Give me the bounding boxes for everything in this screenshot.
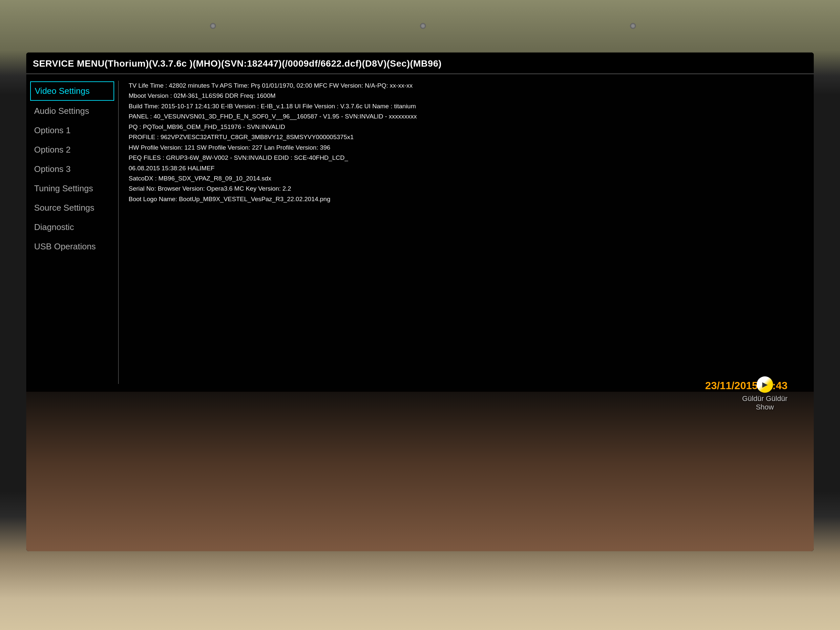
channel-logo-area: ▶ Güldür Güldür Show [742, 376, 788, 412]
screen-inner: SERVICE MENU(Thorium)(V.3.7.6c )(MHO)(SV… [26, 52, 814, 551]
sidebar-item-video-settings[interactable]: Video Settings [30, 81, 114, 101]
info-line-0: TV Life Time : 42802 minutes Tv APS Time… [129, 81, 804, 90]
service-menu-overlay: SERVICE MENU(Thorium)(V.3.7.6c )(MHO)(SV… [26, 52, 814, 392]
screw-2 [420, 23, 426, 29]
info-line-11: Boot Logo Name: BootUp_MB9X_VESTEL_VesPa… [129, 194, 804, 204]
channel-name-1: Güldür Güldür [742, 395, 788, 403]
sidebar-item-source-settings[interactable]: Source Settings [26, 198, 118, 218]
info-line-3: PANEL : 40_VESUNVSN01_3D_FHD_E_N_SOF0_V_… [129, 112, 804, 121]
sidebar-item-audio-settings[interactable]: Audio Settings [26, 101, 118, 121]
info-line-2: Build Time: 2015-10-17 12:41:30 E-IB Ver… [129, 101, 804, 111]
sidebar-item-options-3[interactable]: Options 3 [26, 159, 118, 179]
screen: SERVICE MENU(Thorium)(V.3.7.6c )(MHO)(SV… [26, 52, 814, 551]
info-line-4: PQ : PQTool_MB96_OEM_FHD_151976 - SVN:IN… [129, 122, 804, 131]
screw-1 [210, 23, 216, 29]
background-content [26, 377, 814, 551]
info-panel: TV Life Time : 42802 minutes Tv APS Time… [119, 74, 814, 390]
info-line-6: HW Profile Version: 121 SW Profile Versi… [129, 143, 804, 152]
channel-logo-circle: ▶ [757, 376, 773, 393]
sidebar-item-tuning-settings[interactable]: Tuning Settings [26, 179, 118, 198]
info-line-9: SatcoDX : MB96_SDX_VPAZ_R8_09_10_2014.sd… [129, 174, 804, 183]
sidebar-item-options-1[interactable]: Options 1 [26, 121, 118, 140]
info-line-7: PEQ FILES : GRUP3-6W_8W-V002 - SVN:INVAL… [129, 153, 804, 163]
sidebar-item-usb-operations[interactable]: USB Operations [26, 237, 118, 256]
sidebar: Video SettingsAudio SettingsOptions 1Opt… [26, 74, 118, 390]
sidebar-item-options-2[interactable]: Options 2 [26, 140, 118, 159]
service-menu-title: SERVICE MENU(Thorium)(V.3.7.6c )(MHO)(SV… [33, 58, 442, 69]
title-bar: SERVICE MENU(Thorium)(V.3.7.6c )(MHO)(SV… [26, 52, 814, 74]
info-line-10: Serial No: Browser Version: Opera3.6 MC … [129, 184, 804, 193]
tv-bezel: SERVICE MENU(Thorium)(V.3.7.6c )(MHO)(SV… [0, 0, 840, 630]
info-line-5: PROFILE : 962VPZVESC32ATRTU_C8GR_3MB8VY1… [129, 132, 804, 142]
info-line-1: Mboot Version : 02M-361_1L6S96 DDR Freq:… [129, 91, 804, 100]
channel-name-2: Show [742, 403, 788, 412]
info-line-8: 06.08.2015 15:38:26 HALIMEF [129, 163, 804, 173]
sidebar-item-diagnostic[interactable]: Diagnostic [26, 218, 118, 237]
content-area: Video SettingsAudio SettingsOptions 1Opt… [26, 74, 814, 390]
screw-3 [630, 23, 636, 29]
